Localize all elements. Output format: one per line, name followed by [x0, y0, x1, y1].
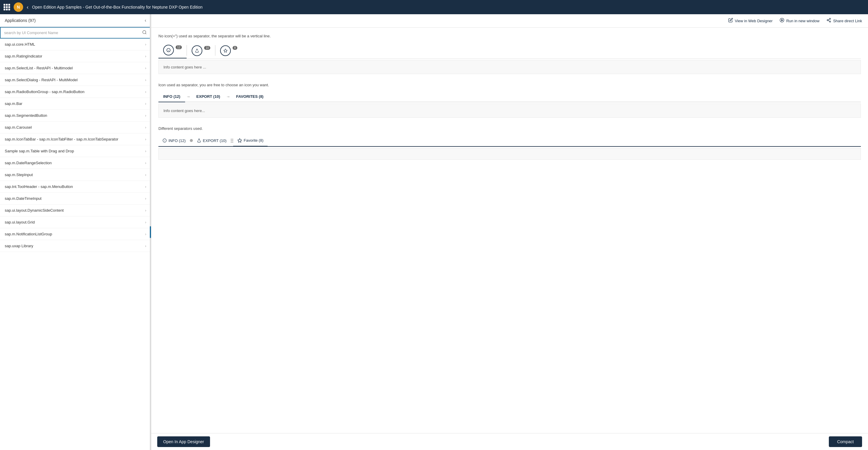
list-item[interactable]: sap.tnt.ToolHeader - sap.m.MenuButton ›	[0, 181, 151, 193]
tab-icon-wrap-1: 12	[163, 45, 182, 56]
list-item[interactable]: sap.ui.layout.DynamicSideContent ›	[0, 204, 151, 216]
svg-line-1	[145, 33, 146, 34]
chevron-right-icon: ›	[145, 173, 146, 177]
demo-note-2: Icon used as separator, you are free to …	[158, 83, 861, 88]
sidebar-list: sap.ui.core.HTML › sap.m.RatingIndicator…	[0, 38, 151, 450]
chevron-right-icon: ›	[145, 185, 146, 189]
tab-export-1[interactable]: 10	[187, 43, 215, 58]
info-icon	[163, 45, 174, 56]
list-item[interactable]: sap.m.IconTabBar - sap.m.IconTabFilter -…	[0, 133, 151, 145]
page-title: Open Edition App Samples - Get Out-of-th…	[32, 5, 203, 9]
list-item[interactable]: sap.m.StepInput ›	[0, 169, 151, 181]
run-icon	[780, 18, 784, 24]
chevron-right-icon: ›	[145, 90, 146, 94]
list-item[interactable]: sap.m.Carousel ›	[0, 122, 151, 133]
run-window-button[interactable]: Run in new window	[780, 18, 819, 24]
demo-section-1: No icon(=") used as separator, the separ…	[158, 33, 861, 74]
tab-favorites-1[interactable]: 8	[215, 43, 242, 58]
compact-button[interactable]: Compact	[829, 437, 862, 447]
content-box-2: Info content goes here...	[158, 103, 861, 118]
list-item[interactable]: sap.m.DateRangeSelection ›	[0, 157, 151, 169]
list-item[interactable]: Sample sap.m.Table with Drag and Drop ›	[0, 145, 151, 157]
list-item[interactable]: sap.m.SegmentedButton ›	[0, 110, 151, 122]
tab-info-3-label: INFO (12)	[168, 138, 186, 143]
list-item[interactable]: sap.m.NotificationListGroup ›	[0, 228, 151, 240]
demo-note-1: No icon(=") used as separator, the separ…	[158, 33, 861, 39]
grid-menu-icon[interactable]	[4, 4, 10, 10]
arrow-separator-1: →	[186, 94, 190, 99]
export-icon-2	[197, 138, 201, 142]
tab-info-2[interactable]: INFO (12)	[158, 91, 185, 102]
share-icon	[827, 18, 831, 24]
tab-badge-3: 8	[232, 46, 237, 50]
sidebar-splitter[interactable]	[150, 14, 151, 450]
chevron-right-icon: ›	[145, 161, 146, 165]
chevron-right-icon: ›	[145, 102, 146, 106]
list-item[interactable]: sap.uxap Library ›	[0, 240, 151, 252]
tab-badge-1: 12	[176, 45, 182, 49]
dots-grid-separator	[231, 139, 233, 142]
svg-point-0	[143, 31, 146, 34]
favorites-icon	[220, 45, 231, 56]
share-link-button[interactable]: Share direct Link	[827, 18, 862, 24]
content-box-3	[158, 148, 861, 160]
sidebar-header: Applications (97) ‹	[0, 14, 151, 27]
tab-favorites-2-label: FAVORITES (8)	[236, 94, 264, 99]
demo-content: No icon(=") used as separator, the separ…	[151, 28, 868, 433]
tab-info-2-label: INFO (12)	[163, 94, 180, 99]
list-item[interactable]: sap.m.RatingIndicator ›	[0, 51, 151, 62]
share-link-label: Share direct Link	[833, 19, 862, 23]
chevron-right-icon: ›	[145, 42, 146, 46]
tab-bar-1: 12	[158, 42, 861, 59]
open-designer-button[interactable]: Open In App Designer	[157, 437, 210, 447]
tab-info-3[interactable]: INFO (12)	[158, 135, 190, 146]
pencil-icon	[728, 18, 733, 24]
app-logo: N	[13, 2, 23, 12]
demo-section-3: Different separators used. INFO (12)	[158, 126, 861, 159]
content-box-1: Info content goes here ...	[158, 60, 861, 74]
top-header: N ‹ Open Edition App Samples - Get Out-o…	[0, 0, 868, 14]
content-text-1: Info content goes here ...	[163, 65, 206, 69]
list-item[interactable]: sap.m.SelectDialog - RestAPI - MultiMode…	[0, 74, 151, 86]
chevron-right-icon: ›	[145, 232, 146, 236]
search-button[interactable]	[142, 30, 147, 36]
tab-info-1[interactable]: 12	[158, 42, 187, 58]
chevron-right-icon: ›	[145, 137, 146, 141]
tab-badge-2: 10	[204, 46, 210, 50]
list-item[interactable]: sap.m.Bar ›	[0, 98, 151, 110]
list-item[interactable]: sap.m.DateTimeInput ›	[0, 193, 151, 204]
svg-point-5	[827, 20, 828, 21]
run-window-label: Run in new window	[786, 19, 819, 23]
chevron-right-icon: ›	[145, 125, 146, 130]
tab-export-3[interactable]: EXPORT (10)	[193, 135, 231, 146]
content-toolbar: View in Web Designer Run in new window	[151, 14, 868, 28]
chevron-right-icon: ›	[145, 66, 146, 70]
sidebar-collapse-button[interactable]: ‹	[145, 18, 146, 23]
svg-marker-18	[238, 138, 242, 142]
back-button[interactable]: ‹	[27, 4, 29, 10]
tab-icon-wrap-2: 10	[192, 45, 210, 56]
tab-icon-wrap-3: 8	[220, 45, 237, 56]
chevron-right-icon: ›	[145, 220, 146, 224]
list-item[interactable]: sap.ui.layout.Grid ›	[0, 216, 151, 228]
search-input[interactable]	[4, 31, 142, 35]
list-item[interactable]: sap.m.RadioButtonGroup - sap.m.RadioButt…	[0, 86, 151, 98]
svg-point-6	[830, 21, 831, 22]
list-item[interactable]: sap.m.SelectList - RestAPI - Multimodel …	[0, 62, 151, 74]
list-item[interactable]: sap.ui.core.HTML ›	[0, 38, 151, 51]
content-area: View in Web Designer Run in new window	[151, 14, 868, 450]
tab-favorites-3[interactable]: Favorite (8)	[233, 135, 268, 147]
view-designer-button[interactable]: View in Web Designer	[728, 18, 773, 24]
chevron-right-icon: ›	[145, 208, 146, 213]
tab-favorites-3-label: Favorite (8)	[244, 138, 264, 142]
tab-export-2[interactable]: EXPORT (10)	[192, 91, 225, 102]
tab-bar-3: INFO (12) EXPORT (10)	[158, 135, 861, 147]
tab-favorites-2[interactable]: FAVORITES (8)	[231, 91, 268, 102]
svg-line-8	[828, 19, 830, 20]
export-icon	[192, 45, 202, 56]
tab-export-3-label: EXPORT (10)	[203, 138, 227, 143]
tab-export-2-label: EXPORT (10)	[196, 94, 220, 99]
chevron-right-icon: ›	[145, 78, 146, 82]
arrow-separator-2: →	[226, 94, 230, 99]
info-circle-icon	[162, 138, 167, 142]
